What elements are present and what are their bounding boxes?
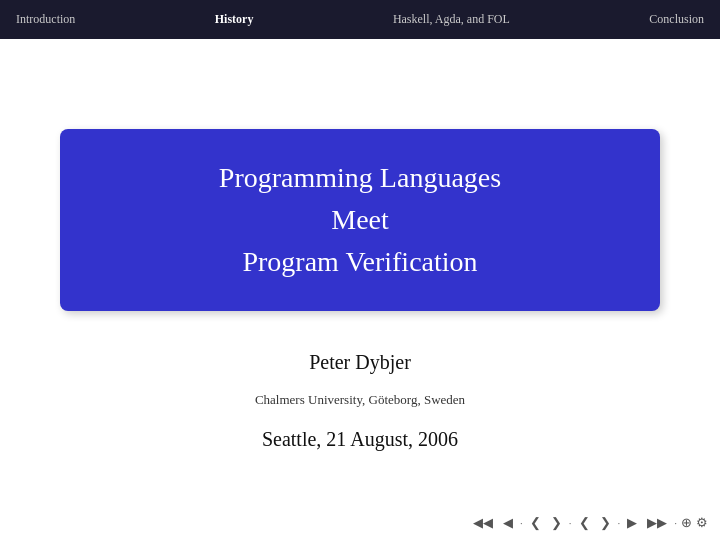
nav-right-button[interactable]: ❯ — [548, 513, 565, 533]
slide-title: Programming Languages Meet Program Verif… — [110, 157, 610, 283]
author-section: Peter Dybjer Chalmers University, Götebo… — [255, 351, 465, 451]
separator-right: · — [618, 517, 621, 529]
slide-container: Programming Languages Meet Program Verif… — [0, 39, 720, 541]
institution: Chalmers University, Göteborg, Sweden — [255, 392, 465, 408]
bottom-controls: ◀◀ ◀ · ❮ ❯ · ❮ ❯ · ▶ ▶▶ · ⊕ ⚙ — [470, 513, 708, 533]
nav-left-button[interactable]: ❮ — [527, 513, 544, 533]
nav-right2-button[interactable]: ❯ — [597, 513, 614, 533]
author-name: Peter Dybjer — [255, 351, 465, 374]
skip-next-button[interactable]: ▶▶ — [644, 513, 670, 533]
zoom-icon[interactable]: ⊕ — [681, 515, 692, 531]
separator-left: · — [520, 517, 523, 529]
title-line1: Programming Languages — [219, 162, 501, 193]
separator-mid: · — [569, 517, 572, 529]
nav-left2-button[interactable]: ❮ — [576, 513, 593, 533]
date: Seattle, 21 August, 2006 — [255, 428, 465, 451]
title-line3: Program Verification — [242, 246, 477, 277]
title-line2: Meet — [331, 204, 389, 235]
prev-button[interactable]: ◀ — [500, 513, 516, 533]
next-button[interactable]: ▶ — [624, 513, 640, 533]
skip-prev-button[interactable]: ◀◀ — [470, 513, 496, 533]
nav-item-history[interactable]: History — [215, 12, 254, 27]
nav-bar: Introduction History Haskell, Agda, and … — [0, 0, 720, 39]
separator-end: · — [674, 517, 677, 529]
nav-item-haskell[interactable]: Haskell, Agda, and FOL — [393, 12, 510, 27]
nav-item-introduction[interactable]: Introduction — [16, 12, 75, 27]
title-box: Programming Languages Meet Program Verif… — [60, 129, 660, 311]
nav-item-conclusion[interactable]: Conclusion — [649, 12, 704, 27]
settings-icon[interactable]: ⚙ — [696, 515, 708, 531]
